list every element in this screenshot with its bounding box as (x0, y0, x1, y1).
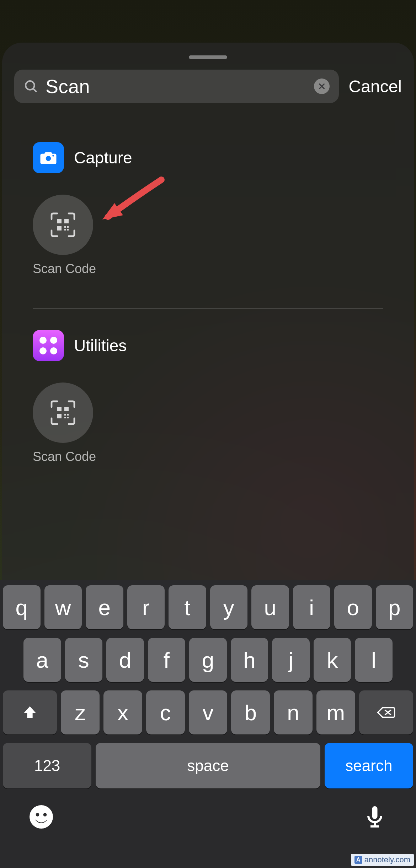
svg-rect-11 (64, 229, 66, 230)
svg-rect-17 (67, 414, 69, 416)
search-row: Scan Cancel (2, 70, 414, 103)
svg-point-24 (43, 813, 47, 817)
svg-rect-7 (64, 219, 69, 223)
svg-line-1 (33, 89, 37, 92)
key-n[interactable]: n (274, 690, 313, 734)
svg-rect-12 (67, 229, 69, 230)
qrcode-icon (33, 383, 93, 443)
svg-point-5 (52, 155, 54, 157)
key-c[interactable]: c (146, 690, 185, 734)
svg-rect-14 (64, 407, 69, 411)
group-header-capture[interactable]: Capture (33, 142, 383, 173)
svg-point-0 (26, 81, 34, 90)
key-v[interactable]: v (189, 690, 228, 734)
key-o[interactable]: o (334, 585, 372, 629)
numbers-key[interactable]: 123 (3, 743, 91, 788)
key-w[interactable]: w (44, 585, 82, 629)
svg-rect-6 (57, 219, 62, 223)
key-q[interactable]: q (3, 585, 41, 629)
svg-rect-25 (372, 806, 378, 819)
cancel-button[interactable]: Cancel (349, 77, 402, 96)
key-h[interactable]: h (231, 638, 268, 682)
group-header-utilities[interactable]: Utilities (33, 330, 383, 361)
key-y[interactable]: y (210, 585, 248, 629)
svg-point-22 (30, 805, 53, 829)
search-input-value[interactable]: Scan (46, 75, 307, 97)
camera-icon (33, 142, 64, 173)
search-results: Capture (2, 142, 414, 464)
key-g[interactable]: g (189, 638, 227, 682)
key-m[interactable]: m (316, 690, 355, 734)
group-label: Capture (74, 148, 132, 167)
key-l[interactable]: l (355, 638, 393, 682)
search-field[interactable]: Scan (14, 70, 339, 103)
svg-point-4 (46, 156, 51, 161)
svg-point-23 (36, 813, 39, 817)
key-s[interactable]: s (65, 638, 103, 682)
key-t[interactable]: t (169, 585, 206, 629)
key-a[interactable]: a (23, 638, 61, 682)
emoji-key[interactable] (28, 804, 54, 831)
svg-rect-13 (57, 407, 62, 411)
keyboard-search-key[interactable]: search (325, 743, 413, 788)
annotely-watermark: Aannotely.com (351, 854, 414, 866)
key-x[interactable]: x (103, 690, 142, 734)
svg-rect-10 (67, 226, 69, 228)
scan-code-app-utilities[interactable]: Scan Code (33, 383, 93, 464)
key-p[interactable]: p (376, 585, 414, 629)
results-divider (33, 308, 383, 309)
key-d[interactable]: d (106, 638, 144, 682)
search-icon (23, 79, 38, 94)
app-label: Scan Code (33, 449, 93, 464)
svg-rect-8 (57, 226, 62, 230)
qrcode-icon (33, 195, 93, 255)
svg-rect-19 (67, 417, 69, 418)
svg-rect-15 (57, 414, 62, 418)
key-j[interactable]: j (272, 638, 310, 682)
key-k[interactable]: k (314, 638, 351, 682)
clear-search-button[interactable] (314, 78, 330, 94)
software-keyboard: qwertyuiop asdfghjkl zxcvbnm 123 space s… (0, 580, 416, 868)
grid-icon (33, 330, 64, 361)
svg-rect-9 (64, 226, 66, 228)
key-z[interactable]: z (61, 690, 100, 734)
group-label: Utilities (74, 336, 127, 355)
key-b[interactable]: b (231, 690, 270, 734)
app-label: Scan Code (33, 261, 93, 276)
panel-grabber[interactable] (189, 55, 227, 59)
key-u[interactable]: u (251, 585, 289, 629)
svg-rect-16 (64, 414, 66, 416)
space-key[interactable]: space (96, 743, 320, 788)
scan-code-app-capture[interactable]: Scan Code (33, 195, 93, 276)
key-f[interactable]: f (148, 638, 186, 682)
backspace-key[interactable] (359, 690, 413, 734)
svg-rect-18 (64, 417, 66, 418)
key-i[interactable]: i (293, 585, 331, 629)
shift-key[interactable] (3, 690, 57, 734)
dictation-key[interactable] (362, 804, 388, 831)
key-r[interactable]: r (127, 585, 165, 629)
key-e[interactable]: e (86, 585, 123, 629)
